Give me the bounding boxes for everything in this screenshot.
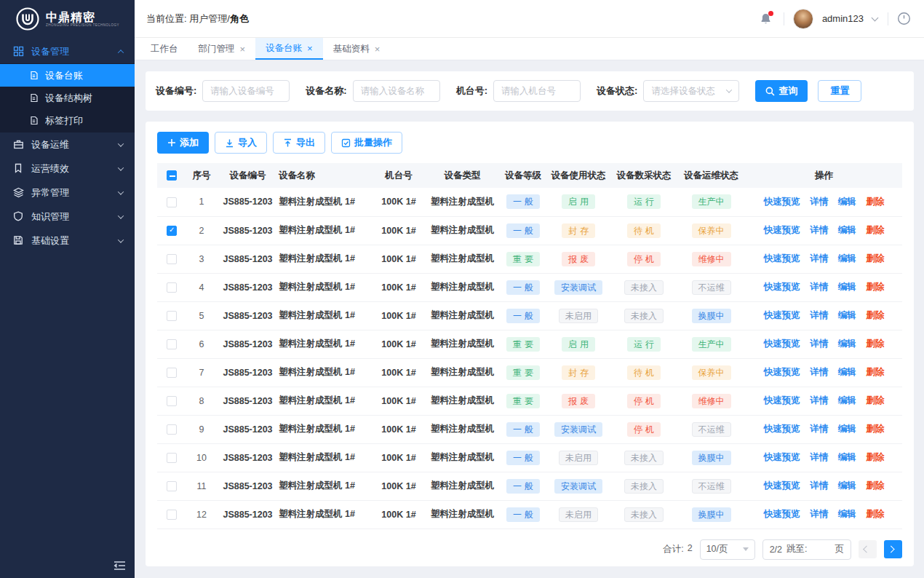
page-size-select[interactable]: 10/页 — [700, 539, 755, 560]
import-button[interactable]: 导入 — [215, 132, 267, 154]
sidebar-item-3[interactable]: 异常管理 — [0, 181, 135, 205]
row-checkbox[interactable] — [167, 311, 177, 321]
username[interactable]: admin123 — [822, 13, 864, 24]
delete-link[interactable]: 删除 — [866, 310, 884, 320]
device-name-input[interactable] — [353, 80, 440, 102]
delete-link[interactable]: 删除 — [866, 282, 884, 292]
edit-link[interactable]: 编辑 — [838, 197, 856, 207]
quick-preview-link[interactable]: 快速预览 — [764, 424, 800, 434]
user-avatar[interactable] — [793, 9, 813, 29]
row-checkbox[interactable] — [167, 368, 177, 378]
notification-bell-icon[interactable] — [760, 12, 772, 25]
daq-status-badge: 未接入 — [624, 280, 664, 295]
logout-power-icon[interactable] — [897, 12, 911, 25]
sidebar-collapse-icon[interactable] — [113, 561, 126, 571]
delete-link[interactable]: 删除 — [866, 339, 884, 349]
row-checkbox[interactable] — [167, 339, 177, 349]
detail-link[interactable]: 详情 — [810, 310, 828, 320]
edit-link[interactable]: 编辑 — [838, 253, 856, 264]
tab-1[interactable]: 部门管理× — [188, 38, 256, 60]
sidebar-item-label: 基础设置 — [31, 234, 119, 248]
sidebar-item-2[interactable]: 运营绩效 — [0, 157, 135, 181]
quick-preview-link[interactable]: 快速预览 — [764, 225, 800, 235]
delete-link[interactable]: 删除 — [866, 225, 884, 235]
row-checkbox[interactable] — [167, 424, 177, 435]
detail-link[interactable]: 详情 — [810, 395, 828, 405]
detail-link[interactable]: 详情 — [810, 480, 828, 491]
edit-link[interactable]: 编辑 — [838, 339, 856, 349]
query-button[interactable]: 查询 — [755, 80, 808, 102]
detail-link[interactable]: 详情 — [810, 253, 828, 264]
sidebar-subitem[interactable]: 设备结构树 — [0, 87, 135, 109]
edit-link[interactable]: 编辑 — [838, 310, 856, 320]
sidebar-subitem[interactable]: 设备台账 — [0, 64, 135, 87]
edit-link[interactable]: 编辑 — [838, 282, 856, 292]
quick-preview-link[interactable]: 快速预览 — [764, 367, 800, 377]
quick-preview-link[interactable]: 快速预览 — [764, 310, 800, 320]
quick-preview-link[interactable]: 快速预览 — [764, 480, 800, 491]
row-checkbox[interactable] — [167, 197, 177, 207]
row-checkbox[interactable] — [167, 481, 177, 491]
delete-link[interactable]: 删除 — [866, 367, 884, 377]
quick-preview-link[interactable]: 快速预览 — [764, 282, 800, 292]
sidebar-subitem[interactable]: 标签打印 — [0, 109, 135, 132]
export-button[interactable]: 导出 — [273, 132, 325, 154]
reset-button[interactable]: 重置 — [818, 80, 861, 102]
edit-link[interactable]: 编辑 — [838, 424, 856, 434]
tab-2[interactable]: 设备台账× — [255, 38, 323, 60]
sidebar-item-0[interactable]: 设备管理 — [0, 39, 135, 63]
delete-link[interactable]: 删除 — [866, 452, 884, 462]
detail-link[interactable]: 详情 — [810, 452, 828, 462]
tab-0[interactable]: 工作台 — [140, 38, 188, 60]
edit-link[interactable]: 编辑 — [838, 367, 856, 377]
detail-link[interactable]: 详情 — [810, 339, 828, 349]
delete-link[interactable]: 删除 — [866, 509, 884, 519]
quick-preview-link[interactable]: 快速预览 — [764, 509, 800, 519]
batch-operation-button[interactable]: 批量操作 — [331, 132, 402, 154]
sidebar-item-4[interactable]: 知识管理 — [0, 205, 135, 229]
edit-link[interactable]: 编辑 — [838, 452, 856, 462]
detail-link[interactable]: 详情 — [810, 367, 828, 377]
device-code-input[interactable] — [202, 80, 290, 102]
quick-preview-link[interactable]: 快速预览 — [764, 197, 800, 207]
detail-link[interactable]: 详情 — [810, 282, 828, 292]
edit-link[interactable]: 编辑 — [838, 225, 856, 235]
delete-link[interactable]: 删除 — [866, 424, 884, 434]
detail-link[interactable]: 详情 — [810, 509, 828, 519]
user-menu-chevron-down-icon[interactable] — [872, 14, 879, 21]
close-icon[interactable]: × — [307, 44, 313, 53]
delete-link[interactable]: 删除 — [866, 480, 884, 491]
row-checkbox[interactable] — [167, 510, 177, 520]
quick-preview-link[interactable]: 快速预览 — [764, 395, 800, 405]
use-status-badge: 报废 — [562, 394, 595, 408]
tab-3[interactable]: 基础资料× — [323, 38, 391, 60]
machine-no-input[interactable] — [493, 80, 581, 102]
detail-link[interactable]: 详情 — [810, 225, 828, 235]
device-status-select[interactable]: 请选择设备状态 — [643, 80, 739, 102]
row-checkbox[interactable] — [167, 453, 177, 463]
detail-link[interactable]: 详情 — [810, 424, 828, 434]
row-checkbox[interactable] — [167, 254, 177, 264]
edit-link[interactable]: 编辑 — [838, 395, 856, 405]
row-checkbox[interactable] — [167, 226, 177, 236]
prev-page-button[interactable] — [859, 540, 877, 558]
delete-link[interactable]: 删除 — [866, 253, 884, 264]
quick-preview-link[interactable]: 快速预览 — [764, 253, 800, 264]
row-checkbox[interactable] — [167, 282, 177, 293]
close-icon[interactable]: × — [375, 44, 381, 54]
jump-page-input[interactable] — [812, 542, 831, 558]
detail-link[interactable]: 详情 — [810, 197, 828, 207]
sidebar-item-1[interactable]: 设备运维 — [0, 132, 135, 157]
delete-link[interactable]: 删除 — [866, 395, 884, 405]
row-checkbox[interactable] — [167, 396, 177, 406]
close-icon[interactable]: × — [240, 44, 246, 54]
edit-link[interactable]: 编辑 — [838, 509, 856, 519]
quick-preview-link[interactable]: 快速预览 — [764, 452, 800, 462]
sidebar-item-5[interactable]: 基础设置 — [0, 229, 135, 253]
add-button[interactable]: 添加 — [157, 132, 209, 154]
next-page-button[interactable] — [884, 540, 902, 558]
quick-preview-link[interactable]: 快速预览 — [764, 339, 800, 349]
delete-link[interactable]: 删除 — [866, 197, 884, 207]
edit-link[interactable]: 编辑 — [838, 480, 856, 491]
select-all-checkbox[interactable] — [167, 170, 177, 181]
